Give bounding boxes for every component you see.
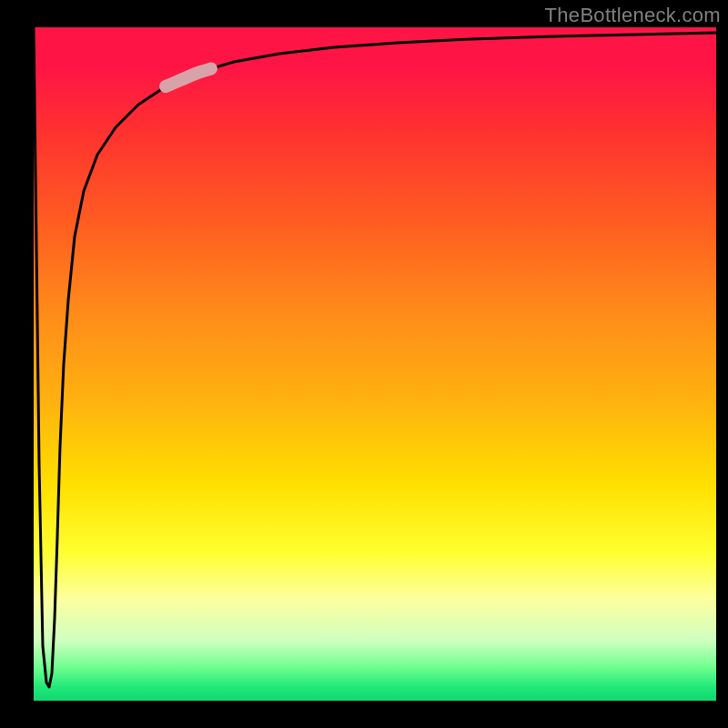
- watermark-text: TheBottleneck.com: [545, 4, 721, 27]
- bottleneck-curve: [34, 27, 716, 687]
- chart-container: TheBottleneck.com: [0, 0, 728, 728]
- highlight-segment: [166, 69, 211, 87]
- curve-svg: [34, 27, 716, 701]
